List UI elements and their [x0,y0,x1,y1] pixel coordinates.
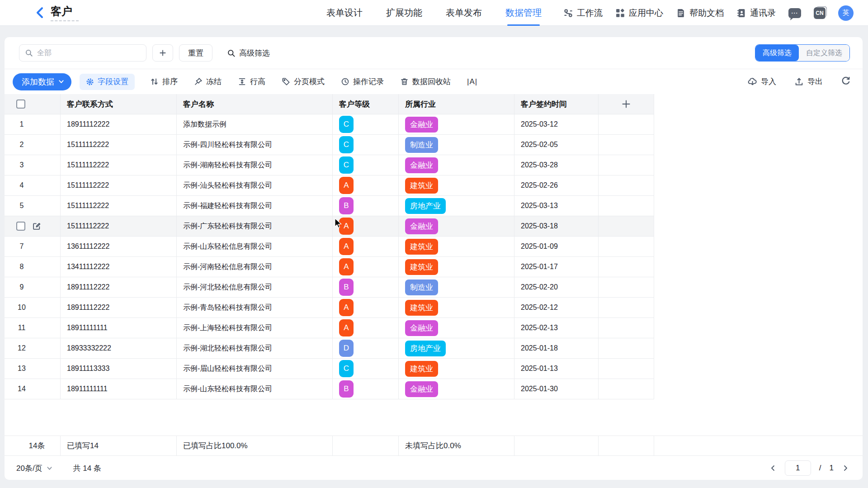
name-cell[interactable]: 示例-广东轻松科技有限公司 [177,216,333,236]
name-cell[interactable]: 示例-四川轻松科技有限公司 [177,135,333,155]
column-header-sign-date[interactable]: 客户签约时间 [514,94,599,114]
industry-cell[interactable]: 金融业 [399,216,514,236]
grade-cell[interactable]: D [333,338,399,358]
table-row[interactable]: 13 18911113333 示例-眉山轻松科技有限公司 C 建筑业 2025-… [5,359,654,379]
name-cell[interactable]: 示例-眉山轻松科技有限公司 [177,359,333,379]
name-cell[interactable]: 示例-河南轻松信息有限公司 [177,257,333,277]
sign-date-cell[interactable]: 2025-02-26 [514,175,599,195]
recycle-bin-button[interactable]: 数据回收站 [400,76,451,87]
sort-button[interactable]: 排序 [150,76,178,87]
next-page-button[interactable] [842,464,849,472]
sign-date-cell[interactable]: 2025-03-13 [514,196,599,216]
pagination-mode-button[interactable]: 分页模式 [282,76,325,87]
name-cell[interactable]: 示例-上海轻松科技有限公司 [177,318,333,338]
phone-cell[interactable]: 15111112222 [61,216,177,236]
workflow-menu[interactable]: 工作流 [563,7,603,19]
sign-date-cell[interactable]: 2025-02-05 [514,135,599,155]
grade-cell[interactable]: B [333,277,399,297]
industry-cell[interactable]: 金融业 [399,318,514,338]
grade-cell[interactable]: A [333,257,399,277]
grade-cell[interactable]: C [333,114,399,134]
row-checkbox[interactable] [16,222,25,231]
summary-filled-ratio[interactable]: 已填写占比100.0% [177,436,333,455]
select-all-checkbox[interactable] [16,99,25,109]
name-cell[interactable]: 示例-湖南轻松科技有限公司 [177,155,333,175]
grade-cell[interactable]: A [333,175,399,195]
sign-date-cell[interactable]: 2025-03-28 [514,155,599,175]
sign-date-cell[interactable]: 2025-01-09 [514,237,599,256]
ai-assistant-button[interactable]: |A| [467,77,477,86]
tab-form-publish[interactable]: 表单发布 [446,0,482,26]
table-row[interactable]: 4 15111112222 示例-汕头轻松科技有限公司 A 建筑业 2025-0… [5,175,654,196]
column-header-industry[interactable]: 所属行业 [399,94,514,114]
search-input[interactable] [37,49,141,57]
grade-cell[interactable]: C [333,359,399,379]
name-cell[interactable]: 示例-福建轻松科技有限公司 [177,196,333,216]
phone-cell[interactable]: 18933332222 [61,338,177,358]
language-switch-icon[interactable]: CN [814,7,826,19]
name-cell[interactable]: 示例-山东轻松信息有限公司 [177,237,333,256]
sign-date-cell[interactable]: 2025-01-13 [514,359,599,379]
table-row[interactable]: 8 13411112222 示例-河南轻松信息有限公司 A 建筑业 2025-0… [5,257,654,277]
grade-cell[interactable]: A [333,318,399,338]
industry-cell[interactable]: 建筑业 [399,257,514,277]
name-cell[interactable]: 示例-山东轻松科技有限公司 [177,379,333,399]
sign-date-cell[interactable]: 2025-03-18 [514,216,599,236]
back-button[interactable]: 客户 [35,4,79,21]
industry-cell[interactable]: 建筑业 [399,359,514,379]
app-center-menu[interactable]: 应用中心 [615,7,663,19]
phone-cell[interactable]: 15111112222 [61,135,177,155]
column-header-name[interactable]: 客户名称 [177,94,333,114]
field-settings-button[interactable]: 字段设置 [80,74,135,90]
table-row[interactable]: 7 13611112222 示例-山东轻松信息有限公司 A 建筑业 2025-0… [5,237,654,257]
sign-date-cell[interactable]: 2025-02-20 [514,277,599,297]
add-data-button[interactable]: 添加数据 [13,73,71,90]
tab-form-design[interactable]: 表单设计 [326,0,363,26]
phone-cell[interactable]: 15111112222 [61,155,177,175]
phone-cell[interactable]: 18911112222 [61,114,177,134]
tab-extensions[interactable]: 扩展功能 [386,0,422,26]
refresh-icon[interactable] [841,76,851,88]
operation-log-button[interactable]: 操作记录 [341,76,384,87]
sign-date-cell[interactable]: 2025-03-12 [514,114,599,134]
advanced-filter-link[interactable]: 高级筛选 [227,48,270,58]
phone-cell[interactable]: 18911113333 [61,359,177,379]
summary-filled[interactable]: 已填写14 [61,436,177,455]
sign-date-cell[interactable]: 2025-02-12 [514,298,599,317]
column-header-phone[interactable]: 客户联系方式 [61,94,177,114]
phone-cell[interactable]: 13411112222 [61,257,177,277]
industry-cell[interactable]: 金融业 [399,155,514,175]
feedback-chat-icon[interactable]: ··· [788,8,801,18]
toggle-custom-filter[interactable]: 自定义筛选 [799,45,849,61]
sign-date-cell[interactable]: 2025-01-17 [514,257,599,277]
industry-cell[interactable]: 制造业 [399,135,514,155]
column-header-grade[interactable]: 客户等级 [333,94,399,114]
table-row[interactable]: 12 18933332222 示例-湖北轻松科技有限公司 D 房地产业 2025… [5,338,654,359]
phone-cell[interactable]: 15111112222 [61,196,177,216]
tab-data-management[interactable]: 数据管理 [505,0,542,26]
phone-cell[interactable]: 18911111111 [61,318,177,338]
table-row[interactable]: 11 18911111111 示例-上海轻松科技有限公司 A 金融业 2025-… [5,318,654,338]
grade-cell[interactable]: C [333,155,399,175]
grade-cell[interactable]: A [333,216,399,236]
table-row[interactable]: 14 18911111111 示例-山东轻松科技有限公司 B 金融业 2025-… [5,379,654,399]
reset-button[interactable]: 重置 [179,44,212,62]
edit-icon[interactable] [32,222,41,231]
phone-cell[interactable]: 15111112222 [61,175,177,195]
industry-cell[interactable]: 金融业 [399,379,514,399]
grade-cell[interactable]: B [333,379,399,399]
contacts-menu[interactable]: 通讯录 [736,7,776,19]
industry-cell[interactable]: 房地产业 [399,338,514,358]
prev-page-button[interactable] [769,464,777,472]
user-avatar[interactable]: 英 [838,5,854,21]
grade-cell[interactable]: C [333,135,399,155]
sign-date-cell[interactable]: 2025-01-18 [514,338,599,358]
add-filter-button[interactable] [152,44,173,62]
row-height-button[interactable]: 行高 [238,76,265,87]
import-button[interactable]: 导入 [748,76,776,87]
table-row[interactable]: 9 18911112222 示例-河北轻松信息有限公司 B 制造业 2025-0… [5,277,654,298]
name-cell[interactable]: 添加数据示例 [177,114,333,134]
industry-cell[interactable]: 制造业 [399,277,514,297]
phone-cell[interactable]: 18911112222 [61,277,177,297]
help-docs-menu[interactable]: 帮助文档 [676,7,724,19]
